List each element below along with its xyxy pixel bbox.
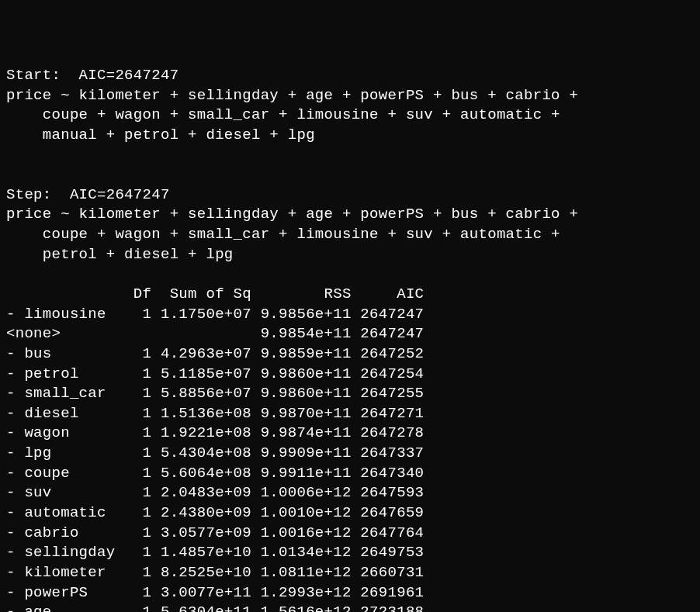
blank-line	[6, 145, 694, 165]
table-row: - age 1 5.6304e+11 1.5616e+12 2723188	[6, 603, 694, 612]
table-row: - powerPS 1 3.0077e+11 1.2993e+12 269196…	[6, 583, 694, 603]
table-header: Df Sum of Sq RSS AIC	[6, 285, 694, 305]
table-row: - suv 1 2.0483e+09 1.0006e+12 2647593	[6, 483, 694, 503]
aic-table-body: - limousine 1 1.1750e+07 9.9856e+11 2647…	[6, 305, 694, 612]
table-row: - diesel 1 1.5136e+08 9.9870e+11 2647271	[6, 404, 694, 424]
table-row: - petrol 1 5.1185e+07 9.9860e+11 2647254	[6, 365, 694, 385]
start-aic-label: Start: AIC=2647247	[6, 66, 694, 86]
table-row: - coupe 1 5.6064e+08 9.9911e+11 2647340	[6, 464, 694, 484]
start-formula-line2: coupe + wagon + small_car + limousine + …	[6, 105, 694, 126]
start-formula-line1: price ~ kilometer + sellingday + age + p…	[6, 86, 694, 106]
table-row: - kilometer 1 8.2525e+10 1.0811e+12 2660…	[6, 563, 694, 583]
step-formula-line1: price ~ kilometer + sellingday + age + p…	[6, 205, 694, 225]
table-row: - wagon 1 1.9221e+08 9.9874e+11 2647278	[6, 424, 694, 444]
step-formula-line3: petrol + diesel + lpg	[6, 245, 694, 265]
table-row: - small_car 1 5.8856e+07 9.9860e+11 2647…	[6, 384, 694, 404]
table-row: - cabrio 1 3.0577e+09 1.0016e+12 2647764	[6, 524, 694, 544]
table-row: <none> 9.9854e+11 2647247	[6, 324, 694, 344]
blank-line	[6, 265, 694, 285]
start-formula-line3: manual + petrol + diesel + lpg	[6, 126, 694, 146]
table-row: - lpg 1 5.4304e+08 9.9909e+11 2647337	[6, 444, 694, 464]
table-row: - limousine 1 1.1750e+07 9.9856e+11 2647…	[6, 305, 694, 325]
step-aic-label: Step: AIC=2647247	[6, 185, 694, 206]
blank-line	[6, 165, 694, 185]
table-row: - bus 1 4.2963e+07 9.9859e+11 2647252	[6, 344, 694, 365]
step-formula-line2: coupe + wagon + small_car + limousine + …	[6, 225, 694, 245]
table-row: - automatic 1 2.4380e+09 1.0010e+12 2647…	[6, 503, 694, 524]
table-row: - sellingday 1 1.4857e+10 1.0134e+12 264…	[6, 543, 694, 563]
